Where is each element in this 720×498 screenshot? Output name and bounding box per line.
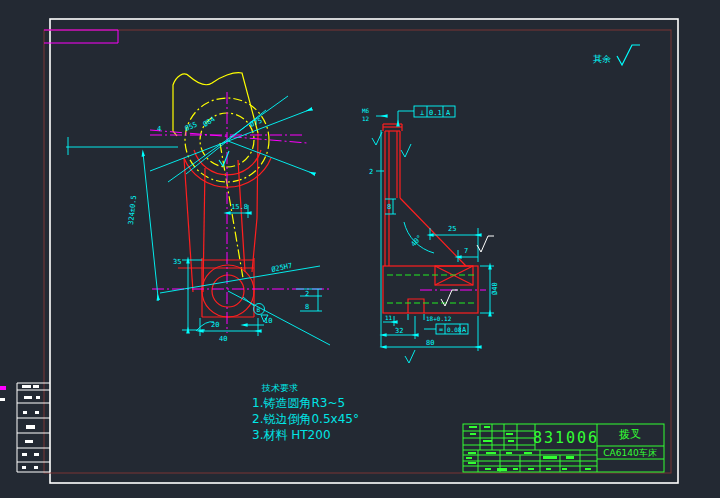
revision-strip	[0, 383, 50, 472]
dimension-text-left: 4 Ø55 Ø84 Ø75 324±0.5 15.8 35 40 10 20 Ø…	[127, 115, 309, 343]
fcf-slot-tolerance: 0.08	[447, 326, 462, 333]
dim-25: 25	[448, 225, 456, 233]
roughness-check-icon	[617, 45, 640, 65]
note-line-1: 1.铸造圆角R3~5	[252, 396, 345, 410]
dimensions-left	[66, 96, 330, 345]
illegible-strip-text	[22, 385, 40, 469]
dim-diameter-55: Ø55	[184, 121, 199, 133]
thread-depth: 12	[362, 115, 370, 122]
dim-7: 7	[464, 247, 468, 255]
dim-angle-40: 40°	[410, 234, 424, 249]
dim-length-324: 324±0.5	[127, 195, 138, 225]
dim-2: 2	[305, 290, 309, 298]
side-outline-red	[383, 124, 478, 313]
fcf-slot-datum: A	[462, 326, 467, 334]
dim-8: 8	[387, 203, 391, 211]
dim-diameter-40: Ø40	[491, 282, 499, 295]
dim-40: 40	[219, 335, 227, 343]
dimensions-right	[372, 106, 494, 363]
dim-10: 10	[264, 317, 272, 325]
part-number: 831006	[533, 429, 599, 447]
dim-diameter-75: Ø75	[249, 117, 264, 129]
dim-8: 8	[305, 303, 309, 311]
dim-11: 11	[385, 314, 393, 321]
datum-b-label: B	[257, 306, 261, 313]
dim-32: 32	[395, 327, 403, 335]
note-line-2: 2.锐边倒角0.5x45°	[252, 412, 359, 426]
front-view: 4 Ø55 Ø84 Ø75 324±0.5 15.8 35 40 10 20 Ø…	[66, 73, 330, 345]
notes-title: 技术要求	[261, 383, 298, 393]
technical-notes: 技术要求 1.铸造圆角R3~5 2.锐边倒角0.5x45° 3.材料 HT200	[252, 383, 359, 442]
dim-80: 80	[426, 339, 434, 347]
thread-callout: M6	[362, 107, 370, 114]
dim-4: 4	[157, 125, 161, 133]
dim-slot-18: 18+0.12	[426, 315, 452, 322]
fcf-top-tolerance: 0.1	[429, 109, 442, 117]
drawing-canvas: 4 Ø55 Ø84 Ø75 324±0.5 15.8 35 40 10 20 Ø…	[0, 0, 720, 498]
dim-35: 35	[173, 258, 181, 266]
side-view: ⊥ 0.1 A M6 12 2 8 25 7 40° Ø40 11 32 80 …	[362, 106, 499, 363]
fcf-slot-symbol: =	[439, 326, 443, 334]
surplus-label: 其余	[593, 54, 611, 64]
fcf-top-datum: A	[446, 109, 451, 117]
part-name: 拨叉	[619, 428, 641, 441]
fcf-top-symbol: ⊥	[420, 109, 424, 117]
dim-2: 2	[369, 168, 373, 176]
sheet-frame	[44, 19, 678, 483]
dim-15-8: 15.8	[231, 203, 248, 211]
machine-name: CA6140车床	[603, 448, 656, 458]
note-line-3: 3.材料 HT200	[252, 428, 331, 442]
surplus-roughness-mark: 其余	[593, 45, 640, 65]
cad-drawing-sheet: 4 Ø55 Ø84 Ø75 324±0.5 15.8 35 40 10 20 Ø…	[0, 0, 720, 498]
title-block: 831006 拨叉 CA6140车床	[463, 424, 664, 472]
dim-diameter-84: Ø84	[202, 115, 217, 129]
dim-20: 20	[211, 321, 219, 329]
